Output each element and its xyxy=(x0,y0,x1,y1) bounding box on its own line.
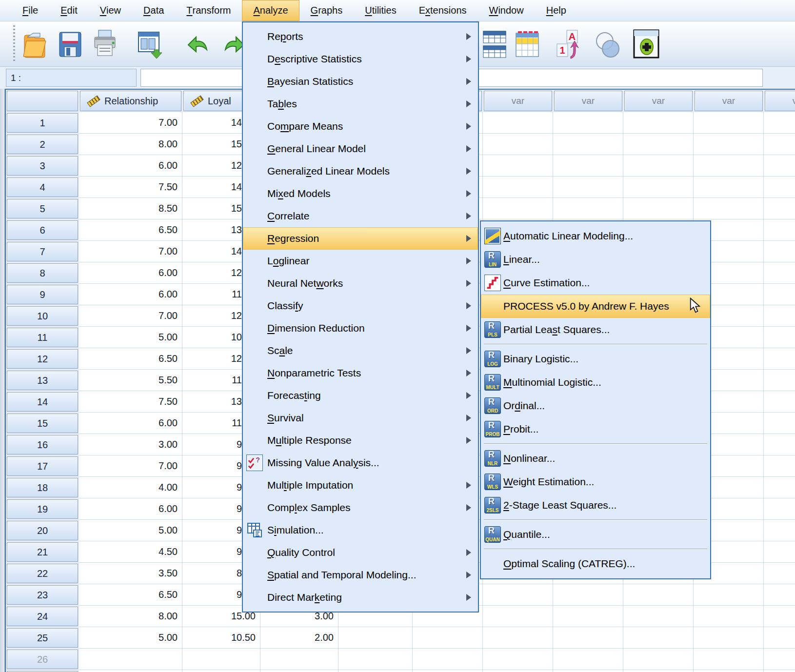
data-cell[interactable] xyxy=(764,348,795,370)
regression-submenu-item[interactable]: Automatic Linear Modeling... xyxy=(481,224,710,248)
menubar-item-extensions[interactable]: Extensions xyxy=(408,0,478,21)
row-header-13[interactable]: 13 xyxy=(6,370,79,391)
split-file-icon[interactable] xyxy=(480,28,509,60)
value-labels-icon[interactable] xyxy=(513,28,541,60)
analyze-menu-item[interactable]: Nonparametric Tests xyxy=(243,362,478,384)
data-cell[interactable]: 7.00 xyxy=(79,305,182,327)
menubar-item-edit[interactable]: Edit xyxy=(49,0,88,21)
analyze-menu-item[interactable]: Forecasting xyxy=(243,384,478,407)
data-cell[interactable]: 7.00 xyxy=(79,112,182,134)
menubar-item-file[interactable]: File xyxy=(11,0,49,21)
data-cell[interactable] xyxy=(764,413,795,434)
data-cell[interactable] xyxy=(553,584,623,606)
row-header-20[interactable]: 20 xyxy=(6,520,79,541)
recall-dialogs-icon[interactable] xyxy=(136,28,164,60)
data-cell[interactable]: 7.00 xyxy=(79,241,182,262)
column-header-var[interactable]: var xyxy=(483,90,553,112)
row-header-8[interactable]: 8 xyxy=(6,262,79,284)
data-cell[interactable] xyxy=(764,112,795,134)
data-cell[interactable] xyxy=(764,477,795,498)
column-header-var[interactable]: var xyxy=(553,90,623,112)
data-cell[interactable]: 7.50 xyxy=(79,391,182,413)
row-header-18[interactable]: 18 xyxy=(6,477,79,498)
data-cell[interactable]: 6.50 xyxy=(79,584,182,606)
data-cell[interactable] xyxy=(553,134,623,155)
data-cell[interactable]: 8.00 xyxy=(79,606,182,627)
data-cell[interactable] xyxy=(182,670,260,672)
analyze-menu-item[interactable]: Tables xyxy=(243,93,478,115)
data-cell[interactable] xyxy=(694,606,764,627)
data-cell[interactable] xyxy=(764,434,795,455)
open-file-icon[interactable] xyxy=(20,28,49,60)
analyze-menu-item[interactable]: Regression xyxy=(243,227,478,250)
data-cell[interactable] xyxy=(483,112,553,134)
data-cell[interactable]: 8.00 xyxy=(79,134,182,155)
data-cell[interactable]: 6.00 xyxy=(79,413,182,434)
grid-corner-cell[interactable] xyxy=(6,90,79,112)
row-header-11[interactable]: 11 xyxy=(6,327,79,348)
data-cell[interactable] xyxy=(764,498,795,520)
row-header-10[interactable]: 10 xyxy=(6,305,79,327)
data-cell[interactable] xyxy=(553,606,623,627)
analyze-menu-item[interactable]: Scale xyxy=(243,339,478,362)
data-cell[interactable] xyxy=(338,649,413,670)
data-cell[interactable] xyxy=(764,262,795,284)
data-cell[interactable] xyxy=(483,198,553,219)
data-cell[interactable] xyxy=(623,155,694,177)
regression-submenu-item[interactable]: RLINLinear... xyxy=(481,248,710,271)
data-cell[interactable] xyxy=(764,584,795,606)
row-header-22[interactable]: 22 xyxy=(6,563,79,584)
data-cell[interactable] xyxy=(79,649,182,670)
analyze-menu-item[interactable]: Survival xyxy=(243,407,478,429)
data-cell[interactable] xyxy=(623,649,694,670)
data-cell[interactable] xyxy=(694,670,764,672)
custom-dialogs-icon[interactable] xyxy=(632,28,660,60)
data-cell[interactable] xyxy=(623,584,694,606)
row-header-23[interactable]: 23 xyxy=(6,584,79,606)
data-cell[interactable] xyxy=(764,455,795,477)
row-header-7[interactable]: 7 xyxy=(6,241,79,262)
data-cell[interactable] xyxy=(623,606,694,627)
data-cell[interactable] xyxy=(553,670,623,672)
regression-submenu-item[interactable]: RPROBProbit... xyxy=(481,417,710,441)
data-cell[interactable] xyxy=(338,627,413,649)
data-cell[interactable]: 6.00 xyxy=(79,155,182,177)
regression-submenu-item[interactable]: RORDOrdinal... xyxy=(481,394,710,417)
data-cell[interactable]: 7.50 xyxy=(79,177,182,198)
data-cell[interactable] xyxy=(764,370,795,391)
data-cell[interactable] xyxy=(623,112,694,134)
regression-submenu-item[interactable]: RPLSPartial Least Squares... xyxy=(481,318,710,341)
data-cell[interactable]: 3.50 xyxy=(79,563,182,584)
row-header-24[interactable]: 24 xyxy=(6,606,79,627)
menubar-item-view[interactable]: View xyxy=(89,0,132,21)
data-cell[interactable] xyxy=(764,541,795,563)
go-to-variable-icon[interactable]: A1 xyxy=(554,28,582,60)
data-cell[interactable] xyxy=(764,219,795,241)
save-file-icon[interactable] xyxy=(56,28,84,60)
regression-submenu-item[interactable]: Optimal Scaling (CATREG)... xyxy=(481,552,710,575)
data-cell[interactable]: 6.00 xyxy=(79,262,182,284)
row-header-1[interactable]: 1 xyxy=(6,112,79,134)
data-cell[interactable] xyxy=(764,520,795,541)
row-header-9[interactable]: 9 xyxy=(6,284,79,305)
data-cell[interactable]: 5.00 xyxy=(79,327,182,348)
data-cell[interactable]: 4.50 xyxy=(79,541,182,563)
data-cell[interactable]: 5.00 xyxy=(79,627,182,649)
data-cell[interactable] xyxy=(764,198,795,219)
regression-submenu-item[interactable]: Curve Estimation... xyxy=(481,271,710,295)
data-cell[interactable] xyxy=(623,670,694,672)
data-cell[interactable] xyxy=(553,627,623,649)
analyze-menu-item[interactable]: Generalized Linear Models xyxy=(243,160,478,182)
analyze-menu-item[interactable]: Neural Networks xyxy=(243,272,478,295)
analyze-menu-item[interactable]: Descriptive Statistics xyxy=(243,48,478,70)
menubar-item-help[interactable]: Help xyxy=(535,0,577,21)
data-cell[interactable] xyxy=(694,198,764,219)
data-cell[interactable] xyxy=(764,241,795,262)
column-header-var[interactable]: var xyxy=(694,90,764,112)
data-cell[interactable] xyxy=(182,649,260,670)
data-cell[interactable] xyxy=(553,177,623,198)
data-cell[interactable] xyxy=(623,134,694,155)
row-header-21[interactable]: 21 xyxy=(6,541,79,563)
data-cell[interactable] xyxy=(413,649,483,670)
column-header-relationship[interactable]: Relationship xyxy=(79,90,182,112)
